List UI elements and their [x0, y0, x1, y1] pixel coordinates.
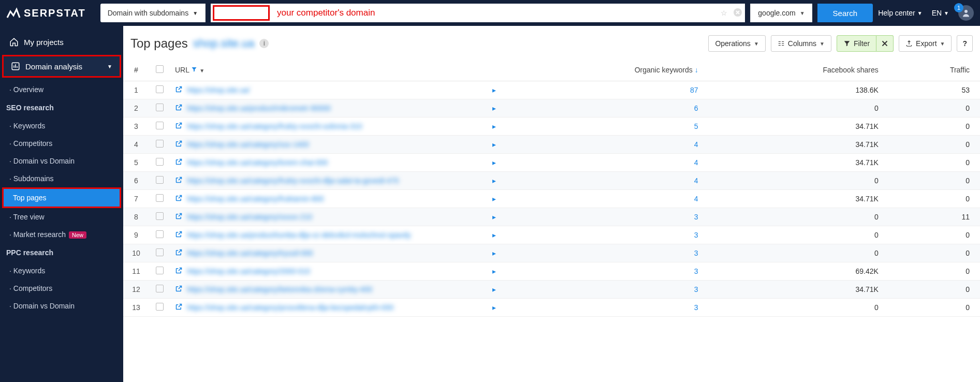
external-link-icon[interactable] [175, 303, 183, 312]
external-link-icon[interactable] [175, 212, 183, 222]
row-checkbox[interactable] [156, 194, 164, 202]
sidebar-subdomains[interactable]: · Subdomains [0, 170, 123, 187]
brand-logo[interactable]: SERPSTAT [6, 7, 86, 19]
row-checkbox[interactable] [156, 285, 164, 292]
sidebar-keywords[interactable]: · Keywords [0, 117, 123, 135]
external-link-icon[interactable] [175, 248, 183, 258]
expand-row-icon[interactable]: ▸ [492, 249, 496, 257]
row-checkbox[interactable] [156, 158, 164, 166]
external-link-icon[interactable] [175, 122, 183, 131]
col-index[interactable]: # [123, 59, 149, 81]
expand-row-icon[interactable]: ▸ [492, 86, 496, 94]
external-link-icon[interactable] [175, 85, 183, 95]
favorite-icon[interactable]: ☆ [721, 9, 727, 17]
external-link-icon[interactable] [175, 194, 183, 203]
clear-icon[interactable] [734, 8, 742, 18]
help-button[interactable]: ? [957, 35, 973, 52]
search-engine-selector[interactable]: google.com ▼ [750, 4, 812, 22]
col-traffic[interactable]: Traffic [884, 59, 980, 81]
external-link-icon[interactable] [175, 140, 183, 149]
search-button[interactable]: Search [817, 4, 873, 22]
expand-row-icon[interactable]: ▸ [492, 104, 496, 112]
expand-row-icon[interactable]: ▸ [492, 213, 496, 221]
sidebar-market-research[interactable]: · Market researchNew [0, 226, 123, 243]
organic-value[interactable]: 4 [694, 195, 698, 203]
row-checkbox[interactable] [156, 230, 164, 238]
external-link-icon[interactable] [175, 267, 183, 276]
sidebar-top-pages[interactable]: Top pages [2, 187, 121, 208]
row-url[interactable]: https://shop.site.ua/product/tumba-dlja-… [187, 231, 411, 239]
organic-value[interactable]: 4 [694, 177, 698, 185]
row-url[interactable]: https://shop.site.ua/category/2000-010 [187, 267, 310, 275]
columns-button[interactable]: Columns ▼ [771, 35, 831, 52]
row-url[interactable]: https://shop.site.ua/category/lorem-chai… [187, 158, 328, 167]
sidebar-competitors[interactable]: · Competitors [0, 135, 123, 152]
row-checkbox[interactable] [156, 104, 164, 111]
domain-input[interactable] [213, 5, 270, 21]
col-facebook-shares[interactable]: Facebook shares [704, 59, 884, 81]
expand-row-icon[interactable]: ▸ [492, 267, 496, 275]
expand-row-icon[interactable]: ▸ [492, 303, 496, 312]
row-url[interactable]: https://shop.site.ua/category/fruktamin-… [187, 195, 324, 203]
row-checkbox[interactable] [156, 140, 164, 148]
organic-value[interactable]: 3 [694, 231, 698, 239]
organic-value[interactable]: 6 [694, 104, 698, 112]
external-link-icon[interactable] [175, 230, 183, 240]
row-checkbox[interactable] [156, 248, 164, 256]
expand-row-icon[interactable]: ▸ [492, 140, 496, 149]
operations-button[interactable]: Operations ▼ [708, 35, 765, 52]
user-avatar[interactable]: 1 [958, 5, 974, 21]
row-checkbox[interactable] [156, 267, 164, 274]
organic-value[interactable]: 4 [694, 158, 698, 167]
row-url[interactable]: https://shop.site.ua/ [187, 86, 250, 94]
info-icon[interactable]: i [259, 39, 269, 48]
select-all-checkbox[interactable] [156, 65, 164, 73]
row-url[interactable]: https://shop.site.ua/category/prosvitlen… [187, 303, 393, 312]
external-link-icon[interactable] [175, 285, 183, 294]
organic-value[interactable]: 3 [694, 249, 698, 257]
external-link-icon[interactable] [175, 176, 183, 185]
sidebar-my-projects[interactable]: My projects [0, 32, 123, 52]
organic-value[interactable]: 3 [694, 285, 698, 293]
row-url[interactable]: https://shop.site.ua/category/frukty-ovo… [187, 122, 362, 130]
row-checkbox[interactable] [156, 176, 164, 184]
organic-value[interactable]: 5 [694, 122, 698, 130]
row-url[interactable]: https://shop.site.ua/category/frukty-ovo… [187, 177, 399, 185]
export-button[interactable]: Export ▼ [899, 35, 952, 52]
filter-button[interactable]: Filter [837, 35, 876, 52]
help-center-link[interactable]: Help center ▼ [878, 9, 923, 17]
organic-value[interactable]: 3 [694, 267, 698, 275]
organic-value[interactable]: 87 [690, 86, 698, 94]
sidebar-ppc-competitors[interactable]: · Competitors [0, 280, 123, 297]
external-link-icon[interactable] [175, 158, 183, 167]
expand-row-icon[interactable]: ▸ [492, 177, 496, 185]
row-url[interactable]: https://shop.site.ua/category/sss-1400 [187, 140, 309, 149]
organic-value[interactable]: 4 [694, 140, 698, 149]
sidebar-overview[interactable]: · Overview [0, 81, 123, 98]
domain-scope-selector[interactable]: Domain with subdomains ▼ [100, 4, 206, 22]
sidebar-tree-view[interactable]: · Tree view [0, 208, 123, 226]
sidebar-domain-vs-domain[interactable]: · Domain vs Domain [0, 152, 123, 170]
expand-row-icon[interactable]: ▸ [492, 285, 496, 293]
col-organic-keywords[interactable]: Organic keywords ↓ [501, 59, 704, 81]
expand-row-icon[interactable]: ▸ [492, 158, 496, 167]
external-link-icon[interactable] [175, 104, 183, 113]
expand-row-icon[interactable]: ▸ [492, 195, 496, 203]
row-checkbox[interactable] [156, 85, 164, 93]
sidebar-ppc-domain-vs-domain[interactable]: · Domain vs Domain [0, 297, 123, 315]
row-url[interactable]: https://shop.site.ua/category/xxxxx-210 [187, 213, 312, 221]
row-checkbox[interactable] [156, 212, 164, 220]
sidebar-ppc-keywords[interactable]: · Keywords [0, 262, 123, 280]
row-checkbox[interactable] [156, 122, 164, 129]
organic-value[interactable]: 3 [694, 213, 698, 221]
row-url[interactable]: https://shop.site.ua/category/tryusil-00… [187, 249, 313, 257]
clear-filter-button[interactable] [876, 35, 894, 52]
organic-value[interactable]: 3 [694, 303, 698, 312]
expand-row-icon[interactable]: ▸ [492, 231, 496, 239]
row-url[interactable]: https://shop.site.ua/product/mikrometr-9… [187, 104, 331, 112]
expand-row-icon[interactable]: ▸ [492, 122, 496, 130]
col-url[interactable]: URL ▼ [170, 59, 501, 81]
row-url[interactable]: https://shop.site.ua/category/betonnika-… [187, 285, 372, 293]
sidebar-domain-analysis[interactable]: Domain analysis ▼ [4, 56, 120, 76]
row-checkbox[interactable] [156, 303, 164, 311]
